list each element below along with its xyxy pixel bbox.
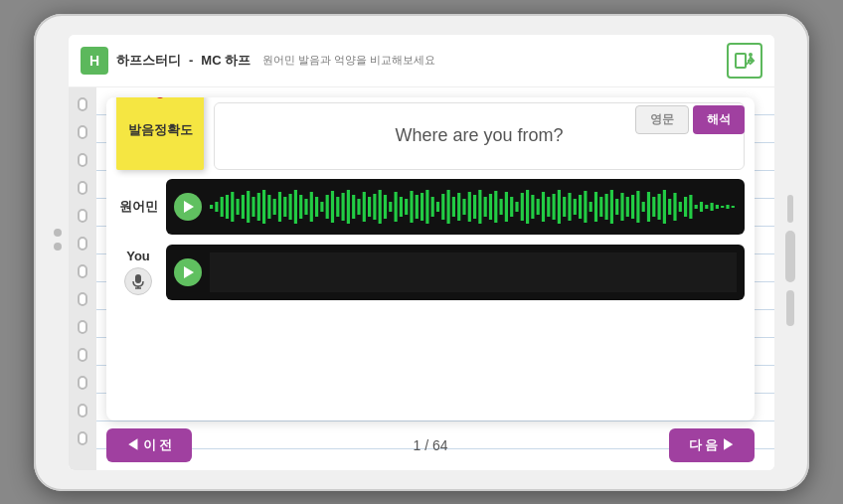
svg-rect-74 bbox=[563, 197, 566, 217]
svg-rect-81 bbox=[599, 197, 602, 217]
play-triangle-icon bbox=[184, 201, 194, 213]
header-subtitle: 원어민 발음과 억양을 비교해보세요 bbox=[262, 53, 435, 68]
svg-rect-67 bbox=[526, 190, 529, 224]
mc-label: MC 하프 bbox=[201, 52, 251, 70]
svg-rect-110 bbox=[210, 252, 737, 292]
svg-rect-44 bbox=[405, 199, 408, 215]
you-audio-row: You bbox=[116, 245, 745, 300]
app-header: H 하프스터디 - MC 하프 원어민 발음과 억양을 비교해보세요 bbox=[69, 35, 774, 87]
app-name: 하프스터디 bbox=[116, 52, 181, 70]
svg-rect-83 bbox=[610, 190, 613, 224]
header-left: H 하프스터디 - MC 하프 원어민 발음과 억양을 비교해보세요 bbox=[81, 47, 435, 75]
svg-rect-22 bbox=[289, 194, 292, 220]
native-waveform bbox=[210, 185, 737, 229]
svg-rect-106 bbox=[732, 206, 735, 208]
volume-button[interactable] bbox=[787, 195, 793, 223]
sticky-note: 발음정확도 bbox=[116, 97, 204, 170]
svg-rect-35 bbox=[357, 199, 360, 215]
svg-rect-43 bbox=[400, 197, 403, 217]
svg-rect-99 bbox=[695, 205, 698, 209]
svg-rect-28 bbox=[320, 202, 323, 212]
svg-rect-100 bbox=[700, 202, 703, 212]
home-button[interactable] bbox=[786, 290, 794, 326]
svg-rect-91 bbox=[652, 197, 655, 217]
svg-rect-77 bbox=[579, 195, 582, 219]
svg-rect-17 bbox=[262, 190, 265, 224]
exit-icon bbox=[734, 50, 756, 72]
svg-rect-90 bbox=[647, 192, 650, 222]
page-indicator: 1 / 64 bbox=[413, 437, 447, 453]
svg-rect-66 bbox=[521, 193, 524, 221]
svg-rect-96 bbox=[679, 202, 682, 212]
tab-english[interactable]: 영문 bbox=[635, 105, 689, 134]
svg-rect-101 bbox=[705, 205, 708, 209]
svg-rect-105 bbox=[726, 205, 729, 209]
svg-rect-58 bbox=[478, 190, 481, 224]
svg-rect-69 bbox=[537, 199, 540, 215]
svg-rect-16 bbox=[257, 193, 260, 221]
native-audio-container bbox=[166, 179, 745, 235]
svg-rect-33 bbox=[347, 190, 350, 224]
left-buttons bbox=[54, 229, 62, 251]
svg-rect-45 bbox=[410, 191, 413, 223]
svg-rect-56 bbox=[468, 192, 471, 222]
svg-rect-24 bbox=[299, 195, 302, 219]
you-label: You bbox=[126, 249, 150, 263]
svg-rect-11 bbox=[231, 192, 234, 222]
svg-rect-88 bbox=[636, 191, 639, 223]
svg-rect-41 bbox=[389, 202, 392, 212]
you-waveform-svg bbox=[210, 252, 737, 292]
svg-rect-21 bbox=[283, 197, 286, 217]
svg-rect-75 bbox=[568, 193, 571, 221]
svg-rect-37 bbox=[368, 197, 371, 217]
tablet-device: SAMSUNG H 하프스터디 - MC 하프 원어민 발음과 억양을 비교해보… bbox=[34, 14, 809, 491]
svg-rect-102 bbox=[711, 203, 714, 211]
svg-rect-62 bbox=[500, 199, 503, 215]
svg-rect-79 bbox=[590, 202, 592, 212]
svg-rect-73 bbox=[558, 190, 561, 224]
svg-rect-95 bbox=[673, 193, 676, 221]
mic-button[interactable] bbox=[124, 267, 152, 295]
svg-rect-15 bbox=[252, 197, 254, 217]
svg-rect-64 bbox=[510, 197, 513, 217]
tab-korean[interactable]: 해석 bbox=[693, 105, 745, 134]
right-buttons bbox=[785, 195, 795, 326]
next-button[interactable]: 다 음 ▶ bbox=[669, 428, 755, 462]
you-audio-container bbox=[166, 245, 745, 300]
svg-rect-72 bbox=[553, 194, 556, 220]
exit-button[interactable] bbox=[727, 43, 762, 79]
svg-rect-82 bbox=[605, 194, 608, 220]
svg-rect-98 bbox=[689, 195, 692, 219]
svg-rect-59 bbox=[484, 197, 487, 217]
svg-rect-71 bbox=[547, 197, 550, 217]
svg-rect-14 bbox=[247, 191, 250, 223]
svg-rect-20 bbox=[278, 192, 281, 222]
svg-rect-57 bbox=[473, 195, 476, 219]
native-audio-row: 원어민 bbox=[116, 179, 745, 235]
svg-rect-0 bbox=[736, 54, 746, 68]
svg-rect-87 bbox=[631, 195, 634, 219]
svg-rect-92 bbox=[658, 194, 661, 220]
svg-rect-46 bbox=[416, 195, 419, 219]
power-button[interactable] bbox=[785, 231, 795, 282]
you-play-button[interactable] bbox=[174, 258, 202, 286]
svg-rect-18 bbox=[267, 195, 270, 219]
svg-rect-26 bbox=[310, 192, 313, 222]
prev-button[interactable]: ◀ 이 전 bbox=[106, 428, 192, 462]
svg-rect-97 bbox=[684, 197, 687, 217]
svg-rect-104 bbox=[721, 206, 724, 208]
svg-line-5 bbox=[749, 62, 751, 65]
svg-rect-13 bbox=[242, 195, 245, 219]
svg-rect-51 bbox=[441, 194, 444, 220]
svg-rect-85 bbox=[620, 193, 623, 221]
svg-rect-8 bbox=[215, 202, 218, 212]
dot-button-2 bbox=[54, 243, 62, 251]
svg-rect-38 bbox=[373, 194, 376, 220]
svg-rect-63 bbox=[505, 192, 508, 222]
notebook-area: 발음정확도 영문 해석 Where are you from? 원어민 bbox=[69, 87, 774, 470]
svg-rect-31 bbox=[336, 197, 339, 217]
svg-rect-84 bbox=[615, 199, 618, 215]
microphone-icon bbox=[131, 273, 145, 289]
svg-rect-61 bbox=[494, 191, 497, 223]
native-play-button[interactable] bbox=[174, 193, 202, 221]
